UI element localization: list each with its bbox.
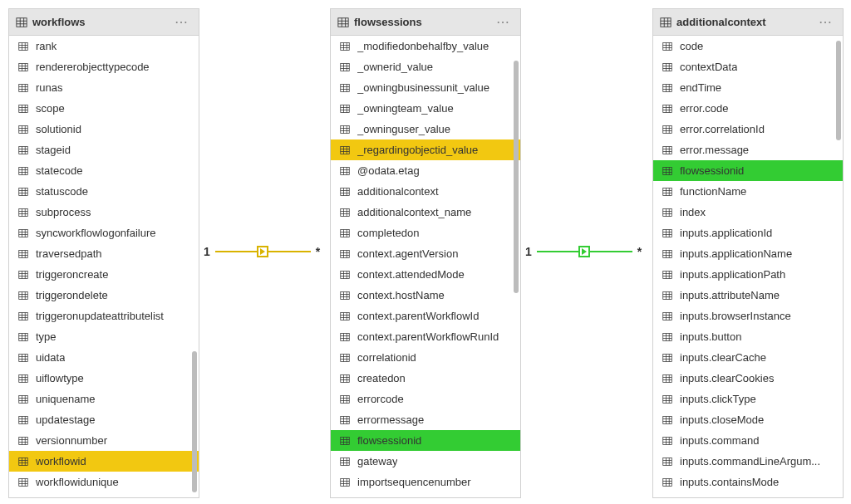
field-item[interactable]: inputs.command [653, 430, 843, 451]
field-item[interactable]: solutionid [9, 119, 199, 139]
field-item[interactable]: functionName [653, 181, 843, 202]
field-label: workflowid [36, 455, 86, 467]
field-item[interactable]: inputs.closeMode [653, 409, 843, 430]
field-item[interactable]: index [653, 202, 843, 223]
field-item[interactable]: context.hostName [331, 285, 520, 306]
field-icon [662, 125, 673, 135]
field-item[interactable]: traversedpath [9, 243, 199, 264]
field-item[interactable]: rank [9, 36, 199, 56]
field-item[interactable]: _ownerid_value [331, 56, 520, 77]
field-item[interactable]: workflowidunique [9, 472, 199, 492]
field-item[interactable]: error.code [653, 98, 843, 119]
field-item[interactable]: context.parentWorkflowId [331, 306, 520, 326]
field-item[interactable]: completedon [331, 223, 520, 243]
table-menu-button[interactable]: ⋯ [171, 14, 192, 30]
field-item[interactable]: code [653, 36, 843, 56]
field-item[interactable]: flowsessionid [331, 430, 520, 451]
field-item[interactable]: versionnumber [9, 430, 199, 451]
field-item[interactable]: triggeroncreate [9, 264, 199, 285]
field-item[interactable]: contextData [653, 56, 843, 77]
field-label: context.parentWorkflowRunId [357, 330, 499, 343]
field-item[interactable]: @odata.etag [331, 160, 520, 181]
field-item[interactable]: stageid [9, 139, 199, 160]
field-item[interactable]: runas [9, 77, 199, 98]
field-item[interactable]: inputs.attributeName [653, 285, 843, 306]
table-menu-button[interactable]: ⋯ [815, 14, 836, 30]
field-item[interactable]: additionalcontext_name [331, 202, 520, 223]
field-label: context.parentWorkflowId [357, 310, 479, 322]
field-item[interactable]: statuscode [9, 181, 199, 202]
field-item[interactable]: inputs.button [653, 326, 843, 347]
field-label: error.message [680, 144, 749, 156]
field-item[interactable]: _owningbusinessunit_value [331, 77, 520, 98]
field-item[interactable]: inputs.commandLineArgum... [653, 451, 843, 472]
field-item[interactable]: importsequencenumber [331, 472, 520, 492]
field-item[interactable]: uniquename [9, 389, 199, 409]
field-item[interactable]: correlationid [331, 347, 520, 368]
table-menu-button[interactable]: ⋯ [493, 14, 514, 30]
table-header[interactable]: flowsessions ⋯ [331, 9, 520, 36]
field-item[interactable]: error.correlationId [653, 119, 843, 139]
field-label: importsequencenumber [357, 476, 471, 488]
field-item[interactable]: subprocess [9, 202, 199, 223]
field-item[interactable]: flowsessionid [653, 160, 843, 181]
table-additionalcontext[interactable]: additionalcontext ⋯ codecontextDataendTi… [652, 8, 844, 498]
field-item[interactable]: inputs.containsMode [653, 472, 843, 492]
field-item[interactable]: uidata [9, 347, 199, 368]
field-item[interactable]: gateway [331, 451, 520, 472]
field-item[interactable]: triggerondelete [9, 285, 199, 306]
scrollbar[interactable] [836, 41, 841, 140]
field-item[interactable]: statecode [9, 160, 199, 181]
scrollbar[interactable] [192, 351, 197, 492]
field-item[interactable]: inputs.clickType [653, 389, 843, 409]
field-icon [339, 125, 351, 135]
field-item[interactable]: workflowid [9, 451, 199, 472]
field-icon [17, 249, 29, 259]
field-icon [662, 353, 673, 363]
relationship-workflows-flowsessions[interactable]: 1 * [204, 245, 320, 258]
field-item[interactable]: context.agentVersion [331, 243, 520, 264]
scrollbar[interactable] [514, 61, 519, 293]
field-item[interactable]: additionalcontext [331, 181, 520, 202]
field-item[interactable]: context.parentWorkflowRunId [331, 326, 520, 347]
field-item[interactable]: _regardingobjectid_value [331, 139, 520, 160]
field-item[interactable]: context.attendedMode [331, 264, 520, 285]
relationship-flowsessions-additionalcontext[interactable]: 1 * [525, 245, 642, 258]
field-item[interactable]: uiflowtype [9, 368, 199, 389]
table-header[interactable]: workflows ⋯ [9, 9, 199, 36]
field-item[interactable]: inputs.browserInstance [653, 306, 843, 326]
field-icon [662, 477, 673, 487]
field-item[interactable]: errorcode [331, 389, 520, 409]
field-icon [339, 83, 351, 93]
field-item[interactable]: updatestage [9, 409, 199, 430]
field-icon [339, 145, 351, 155]
field-icon [17, 311, 29, 321]
field-item[interactable]: inputs.applicationId [653, 223, 843, 243]
field-icon [662, 187, 673, 197]
table-workflows[interactable]: workflows ⋯ rankrendererobjecttypecoderu… [8, 8, 199, 498]
field-item[interactable]: endTime [653, 77, 843, 98]
field-label: _modifiedonbehalfby_value [357, 40, 489, 52]
field-item[interactable]: _owningteam_value [331, 98, 520, 119]
table-header[interactable]: additionalcontext ⋯ [653, 9, 843, 36]
field-item[interactable]: inputs.clearCookies [653, 368, 843, 389]
field-icon [17, 477, 29, 487]
field-item[interactable]: triggeronupdateattributelist [9, 306, 199, 326]
field-item[interactable]: _owninguser_value [331, 119, 520, 139]
field-item[interactable]: inputs.applicationPath [653, 264, 843, 285]
field-item[interactable]: rendererobjecttypecode [9, 56, 199, 77]
field-item[interactable]: inputs.clearCache [653, 347, 843, 368]
field-item[interactable]: scope [9, 98, 199, 119]
field-icon [662, 332, 673, 342]
field-item[interactable]: _modifiedonbehalfby_value [331, 36, 520, 56]
field-icon [17, 187, 29, 197]
field-item[interactable]: type [9, 326, 199, 347]
field-icon [662, 415, 673, 425]
field-item[interactable]: inputs.applicationName [653, 243, 843, 264]
field-item[interactable]: syncworkflowlogonfailure [9, 223, 199, 243]
field-icon [662, 270, 673, 280]
field-item[interactable]: errormessage [331, 409, 520, 430]
field-item[interactable]: error.message [653, 139, 843, 160]
table-flowsessions[interactable]: flowsessions ⋯ _modifiedonbehalfby_value… [330, 8, 521, 498]
field-item[interactable]: createdon [331, 368, 520, 389]
